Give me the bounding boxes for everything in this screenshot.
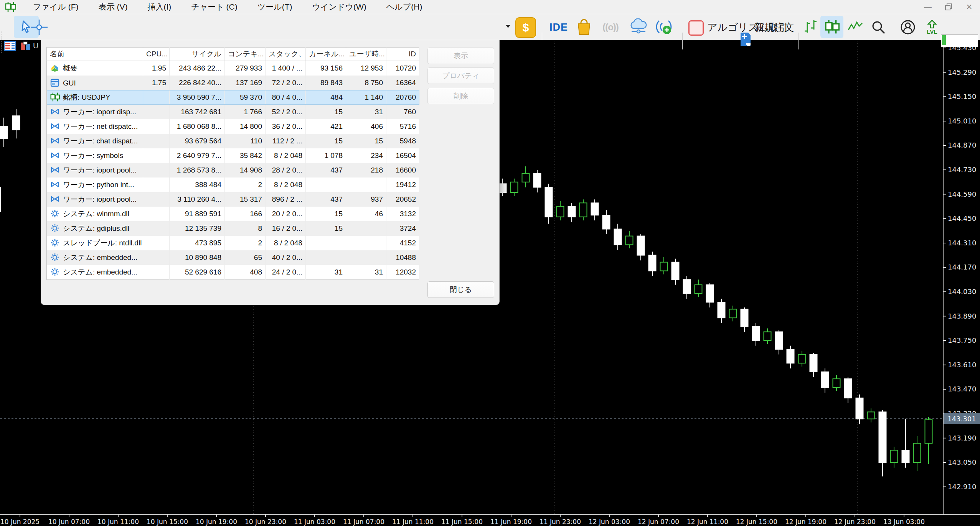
menu-item-window[interactable]: ウインドウ(W): [302, 0, 376, 14]
column-header[interactable]: スタック、kb: [266, 48, 306, 61]
menu-item-help[interactable]: ヘルプ(H): [376, 0, 432, 14]
toolbar-grip[interactable]: [1, 31, 3, 53]
market-watch-icon[interactable]: [4, 41, 16, 51]
properties-button[interactable]: プロパティ: [427, 67, 494, 84]
table-row[interactable]: ワーカー: python int...388 48428 / 2 0481941…: [47, 178, 419, 192]
algo-trading-checkbox-icon[interactable]: [688, 20, 704, 36]
process-cell: 20 / 2 0...: [266, 207, 306, 221]
time-axis-label: 10 Jun 07:00: [48, 518, 90, 526]
process-cell: 1 766: [225, 105, 266, 119]
menu-item-view[interactable]: 表示 (V): [89, 0, 138, 14]
table-row[interactable]: 概要1.95243 486 22...279 9331 400 / ...93 …: [47, 61, 419, 76]
process-cell: 3724: [386, 221, 419, 236]
process-cell: 10488: [386, 250, 419, 265]
table-row[interactable]: ワーカー: ioport pool...1 268 573 8...14 908…: [47, 163, 419, 178]
ide-button[interactable]: IDE: [546, 19, 571, 36]
gui-icon: [50, 78, 60, 87]
menu-item-file[interactable]: ファイル (F): [23, 0, 89, 14]
table-row[interactable]: システム: embedded...52 629 61640824 / 2 0..…: [47, 265, 419, 280]
cloud-network-icon[interactable]: [627, 17, 650, 37]
process-cell: [143, 207, 170, 221]
column-header[interactable]: コンテキ...: [225, 48, 266, 61]
lvl-meter-icon[interactable]: LVL: [925, 16, 939, 38]
column-header[interactable]: CPU...: [143, 48, 170, 61]
time-axis-label: 10 Jun 15:00: [147, 518, 188, 526]
table-row[interactable]: 銘柄: USDJPY3 950 590 7...59 37080 / 4 0..…: [47, 90, 419, 105]
price-axis-label: 144.730: [948, 166, 976, 174]
price-axis-label: 144.870: [948, 141, 976, 149]
table-row[interactable]: ワーカー: ioport pool...3 110 260 4...15 317…: [47, 192, 419, 207]
process-cell: 2 640 979 7...: [170, 148, 225, 163]
table-row[interactable]: システム: embedded...10 890 8486540 / 2 0...…: [47, 250, 419, 265]
broadcast-add-icon[interactable]: [652, 17, 676, 37]
line-chart-type-button[interactable]: [846, 17, 864, 37]
table-row[interactable]: システム: gdiplus.dll12 135 739816 / 2 0...1…: [47, 221, 419, 236]
new-order-button[interactable]: 新規注文: [753, 19, 796, 36]
process-cell: 12 953: [346, 61, 386, 76]
signal-off-icon[interactable]: ((o)): [597, 19, 624, 36]
gear-icon: [50, 224, 60, 233]
process-cell: 1 680 068 8...: [170, 119, 225, 134]
shop-bag-icon[interactable]: [573, 16, 595, 38]
save-chart-icon[interactable]: [20, 41, 31, 51]
process-cell: 1 078: [306, 148, 346, 163]
process-cell: 2: [225, 178, 266, 192]
column-header[interactable]: ユーザ時...: [346, 48, 386, 61]
table-row[interactable]: ワーカー: net dispatc...1 680 068 8...14 800…: [47, 119, 419, 134]
process-cell: 10 890 848: [170, 250, 225, 265]
table-header-row: 名前CPU...サイクルコンテキ...スタック、kbカーネル...ユーザ時...…: [47, 48, 419, 61]
worker-icon: [50, 107, 60, 116]
time-axis-label: 12 Jun 11:00: [687, 518, 728, 526]
search-icon[interactable]: [869, 17, 887, 37]
price-axis-label: 144.030: [948, 288, 976, 296]
menu-item-tools[interactable]: ツール(T): [247, 0, 302, 14]
delete-button[interactable]: 削除: [427, 88, 494, 104]
new-order-doc-icon[interactable]: [739, 32, 752, 47]
window-restore-button[interactable]: [941, 1, 956, 13]
process-cell: 14 908: [225, 163, 266, 178]
column-header[interactable]: ID: [386, 48, 419, 61]
price-axis-label: 143.190: [948, 434, 976, 442]
table-row[interactable]: ワーカー: symbols2 640 979 7...35 8428 / 2 0…: [47, 148, 419, 163]
gear-icon: [50, 238, 60, 247]
process-cell: 163 742 681: [170, 105, 225, 119]
table-row[interactable]: ワーカー: chat dispat...93 679 564110112 / 2…: [47, 134, 419, 148]
bar-chart-type-button[interactable]: [802, 17, 819, 37]
time-axis-label: 12 Jun 23:00: [834, 518, 876, 526]
process-cell: 31: [346, 265, 386, 280]
column-header[interactable]: カーネル...: [306, 48, 346, 61]
worker-icon: [50, 122, 60, 131]
dropdown-arrow-icon[interactable]: [505, 24, 511, 29]
account-icon[interactable]: [899, 17, 917, 37]
dollar-button[interactable]: $: [515, 17, 536, 38]
process-cell: 218: [346, 163, 386, 178]
table-row[interactable]: ワーカー: ioport disp...163 742 6811 76652 /…: [47, 105, 419, 119]
worker-icon: [50, 136, 60, 145]
app-logo-icon: [5, 2, 16, 12]
price-axis-label: 143.470: [948, 385, 976, 393]
price-axis-label: 143.890: [948, 312, 976, 320]
close-dialog-button[interactable]: 閉じる: [427, 281, 494, 298]
price-axis-label: 144.450: [948, 214, 976, 222]
menu-item-insert[interactable]: 挿入(I): [137, 0, 181, 14]
window-close-button[interactable]: ✕: [962, 1, 977, 13]
process-cell: 80 / 4 0...: [266, 90, 306, 105]
column-header[interactable]: サイクル: [170, 48, 225, 61]
process-cell: 52 629 616: [170, 265, 225, 280]
menu-item-chart[interactable]: チャート (C): [181, 0, 247, 14]
table-row[interactable]: スレッドプール: ntdll.dll473 89528 / 2 0484152: [47, 236, 419, 250]
process-cell: 760: [386, 105, 419, 119]
candle-chart-type-button[interactable]: [820, 16, 843, 38]
crosshair-tool-button[interactable]: [30, 17, 48, 37]
task-table: 名前CPU...サイクルコンテキ...スタック、kbカーネル...ユーザ時...…: [46, 47, 419, 280]
window-minimize-button[interactable]: —: [920, 1, 935, 13]
table-row[interactable]: GUI1.75226 842 40...137 16972 / 2 0...89…: [47, 76, 419, 90]
column-header[interactable]: 名前: [47, 48, 143, 61]
process-cell: 1.95: [143, 61, 170, 76]
process-cell: 12032: [386, 265, 419, 280]
table-row[interactable]: システム: winmm.dll91 889 59116620 / 2 0...1…: [47, 207, 419, 221]
show-button[interactable]: 表示: [427, 48, 494, 64]
process-cell: 65: [225, 250, 266, 265]
process-name: ワーカー: python int...: [47, 178, 143, 192]
time-axis-label: 12 Jun 15:00: [736, 518, 777, 526]
